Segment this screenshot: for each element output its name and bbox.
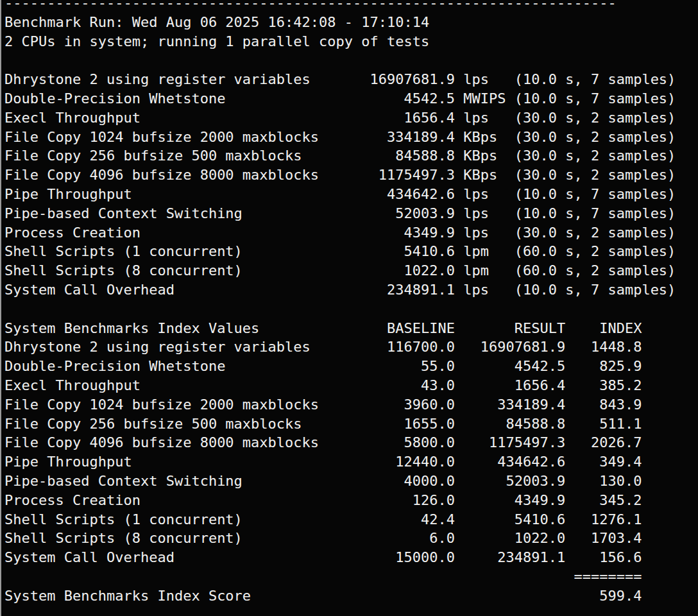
index-row: Shell Scripts (1 concurrent) 42.4 5410.6… [4, 510, 676, 529]
result-line: Pipe Throughput 434642.6 lps (10.0 s, 7 … [4, 185, 676, 204]
blank-line [4, 51, 676, 70]
result-line: Pipe-based Context Switching 52003.9 lps… [4, 204, 676, 223]
index-row: File Copy 4096 bufsize 8000 maxblocks 58… [4, 433, 676, 452]
index-row: Dhrystone 2 using register variables 116… [4, 338, 676, 357]
result-line: Dhrystone 2 using register variables 169… [4, 70, 676, 89]
index-score-line: System Benchmarks Index Score 599.4 [4, 586, 676, 606]
benchmark-report: ----------------------------------------… [4, 0, 676, 606]
result-line: Shell Scripts (1 concurrent) 5410.6 lpm … [4, 242, 676, 261]
index-row: Shell Scripts (8 concurrent) 6.0 1022.0 … [4, 529, 676, 548]
index-table-header: System Benchmarks Index Values BASELINE … [4, 319, 676, 338]
result-line: System Call Overhead 234891.1 lps (10.0 … [4, 280, 676, 300]
result-line: File Copy 256 bufsize 500 maxblocks 8458… [4, 146, 676, 166]
cpu-info-line: 2 CPUs in system; running 1 parallel cop… [4, 32, 676, 51]
index-row: Execl Throughput 43.0 1656.4 385.2 [4, 376, 676, 395]
index-row: File Copy 1024 bufsize 2000 maxblocks 39… [4, 395, 676, 415]
result-line: Process Creation 4349.9 lps (30.0 s, 2 s… [4, 223, 676, 243]
results-section: Dhrystone 2 using register variables 169… [4, 70, 676, 300]
benchmark-run-line: Benchmark Run: Wed Aug 06 2025 16:42:08 … [4, 13, 676, 32]
index-row: Double-Precision Whetstone 55.0 4542.5 8… [4, 357, 676, 376]
index-row: Pipe-based Context Switching 4000.0 5200… [4, 472, 676, 491]
terminal-window[interactable]: ----------------------------------------… [0, 0, 698, 616]
result-line: File Copy 4096 bufsize 8000 maxblocks 11… [4, 166, 676, 185]
blank-line [4, 300, 676, 319]
index-row: File Copy 256 bufsize 500 maxblocks 1655… [4, 415, 676, 434]
result-line: File Copy 1024 bufsize 2000 maxblocks 33… [4, 128, 676, 147]
index-table-rows: Dhrystone 2 using register variables 116… [4, 338, 676, 567]
result-line: Execl Throughput 1656.4 lps (30.0 s, 2 s… [4, 108, 676, 128]
index-row: Process Creation 126.0 4349.9 345.2 [4, 491, 676, 510]
result-line: Shell Scripts (8 concurrent) 1022.0 lpm … [4, 261, 676, 280]
result-line: Double-Precision Whetstone 4542.5 MWIPS … [4, 89, 676, 108]
index-row: Pipe Throughput 12440.0 434642.6 349.4 [4, 452, 676, 472]
separator-line: ----------------------------------------… [4, 0, 676, 13]
index-row: System Call Overhead 15000.0 234891.1 15… [4, 548, 676, 567]
index-score-rule: ======== [4, 567, 676, 586]
